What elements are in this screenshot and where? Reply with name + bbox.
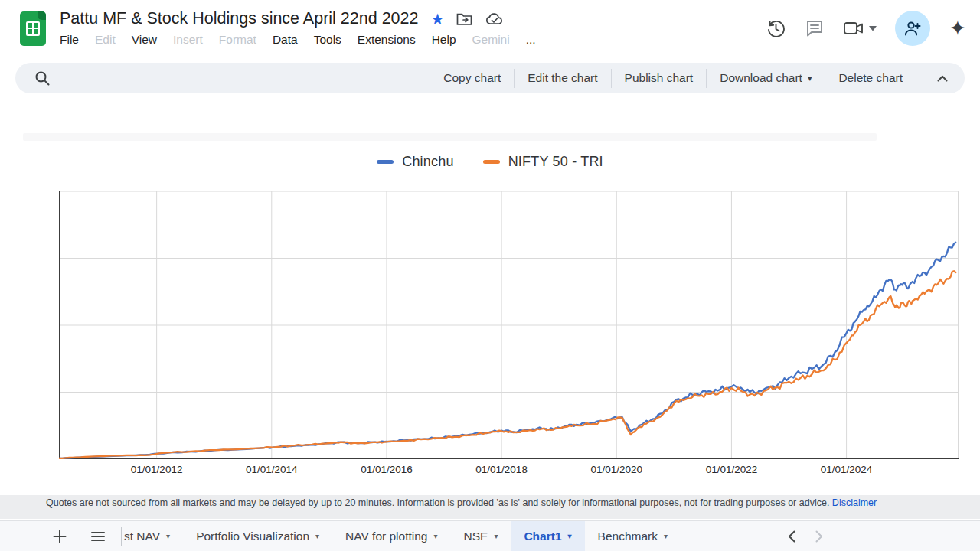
chart-legend: ChinchuNIFTY 50 - TRI <box>0 154 980 170</box>
chart-action-buttons: Copy chartEdit the chartPublish chartDow… <box>430 69 916 88</box>
google-sheets-window: Pattu MF & Stock Holdings since April 22… <box>0 0 980 551</box>
menu-bar: FileEditViewInsertFormatDataToolsExtensi… <box>60 33 536 47</box>
menu-data[interactable]: Data <box>273 33 298 47</box>
dimmed-sheet-content <box>23 133 877 141</box>
version-history-icon[interactable] <box>766 18 786 39</box>
chevron-down-icon <box>869 26 877 31</box>
disclaimer-text: Quotes are not sourced from all markets … <box>46 497 829 508</box>
tab-label: st NAV <box>124 530 160 543</box>
copy-chart-button[interactable]: Copy chart <box>430 71 514 85</box>
app-header: Pattu MF & Stock Holdings since April 22… <box>0 0 980 61</box>
collapse-toolbar-icon[interactable] <box>937 75 948 82</box>
download-chart-button[interactable]: Download chart▾ <box>707 71 825 85</box>
menu-insert: Insert <box>173 33 203 47</box>
legend-item: Chinchu <box>377 154 453 170</box>
x-axis-labels: 01/01/201201/01/201401/01/201601/01/2018… <box>0 464 980 479</box>
x-axis-label: 01/01/2022 <box>706 464 758 475</box>
x-axis-label: 01/01/2016 <box>361 464 413 475</box>
menu-format: Format <box>219 33 256 47</box>
series-line-chinchu <box>59 243 956 458</box>
menu-extensions[interactable]: Extensions <box>358 33 416 47</box>
x-axis-label: 01/01/2020 <box>590 464 642 475</box>
sheet-tab-st-nav[interactable]: st NAV▾ <box>122 521 183 551</box>
tab-label: Benchmark <box>598 530 658 543</box>
sheet-tab-nav-for-plotting[interactable]: NAV for plotting▾ <box>332 521 450 551</box>
x-axis-label: 01/01/2024 <box>821 464 873 475</box>
scroll-tabs-right-icon[interactable] <box>815 530 823 543</box>
all-sheets-menu-icon[interactable] <box>84 531 112 542</box>
search-icon[interactable] <box>34 70 51 86</box>
publish-chart-button[interactable]: Publish chart <box>612 71 707 85</box>
quotes-disclaimer: Quotes are not sourced from all markets … <box>0 495 980 519</box>
person-add-icon <box>903 20 922 37</box>
sheets-logo-icon[interactable] <box>20 11 46 46</box>
menu-more[interactable]: ... <box>526 33 536 47</box>
tab-caret-icon: ▾ <box>315 532 319 540</box>
menu-gemini: Gemini <box>472 33 510 47</box>
scroll-tabs-left-icon[interactable] <box>788 530 795 543</box>
delete-chart-button[interactable]: Delete chart <box>825 71 916 85</box>
logo-grid <box>26 21 40 36</box>
caret-down-icon: ▾ <box>808 73 812 83</box>
tab-label: NAV for plotting <box>345 530 427 543</box>
video-call-button[interactable] <box>843 20 877 37</box>
sheet-tab-chart1[interactable]: Chart1▾ <box>511 521 584 551</box>
tab-label: Portfolio Visualization <box>196 530 309 543</box>
logo-fold <box>38 11 46 20</box>
legend-item: NIFTY 50 - TRI <box>483 154 603 170</box>
x-axis-label: 01/01/2012 <box>131 464 183 475</box>
share-button[interactable] <box>895 11 930 46</box>
sheet-tabs: st NAV▾Portfolio Visualization▾NAV for p… <box>122 521 681 551</box>
menu-help[interactable]: Help <box>432 33 456 47</box>
tab-label: NSE <box>464 530 488 543</box>
cloud-saved-icon <box>485 11 504 27</box>
comment-icon[interactable] <box>805 18 825 38</box>
menu-file[interactable]: File <box>60 33 79 47</box>
sheet-tab-bar: st NAV▾Portfolio Visualization▾NAV for p… <box>0 520 980 551</box>
sheet-tab-nse[interactable]: NSE▾ <box>451 521 511 551</box>
tab-caret-icon: ▾ <box>166 532 170 540</box>
menu-view[interactable]: View <box>132 33 157 47</box>
menu-tools[interactable]: Tools <box>314 33 341 47</box>
legend-swatch <box>483 160 500 164</box>
tab-caret-icon: ▾ <box>568 532 572 540</box>
add-sheet-button[interactable] <box>46 530 74 543</box>
legend-label: Chinchu <box>402 154 453 170</box>
chart-context-toolbar: Copy chartEdit the chartPublish chartDow… <box>15 63 965 93</box>
sheet-tab-portfolio-visualization[interactable]: Portfolio Visualization▾ <box>183 521 332 551</box>
x-axis-label: 01/01/2014 <box>246 464 298 475</box>
menu-edit: Edit <box>95 33 116 47</box>
x-axis-label: 01/01/2018 <box>475 464 528 475</box>
line-chart-plot[interactable] <box>59 191 959 459</box>
gemini-sparkle-icon[interactable]: ✦ <box>949 18 966 39</box>
tab-caret-icon: ▾ <box>664 532 668 540</box>
tab-caret-icon: ▾ <box>494 532 498 540</box>
document-title[interactable]: Pattu MF & Stock Holdings since April 22… <box>60 9 418 28</box>
tab-label: Chart1 <box>524 530 561 543</box>
tab-caret-icon: ▾ <box>433 532 437 540</box>
star-icon[interactable]: ★ <box>430 11 444 27</box>
edit-the-chart-button[interactable]: Edit the chart <box>514 71 610 85</box>
move-to-folder-icon[interactable] <box>456 11 473 27</box>
legend-label: NIFTY 50 - TRI <box>508 154 603 170</box>
legend-swatch <box>377 160 394 164</box>
sheet-tab-benchmark[interactable]: Benchmark▾ <box>585 521 681 551</box>
disclaimer-link[interactable]: Disclaimer <box>832 497 877 508</box>
